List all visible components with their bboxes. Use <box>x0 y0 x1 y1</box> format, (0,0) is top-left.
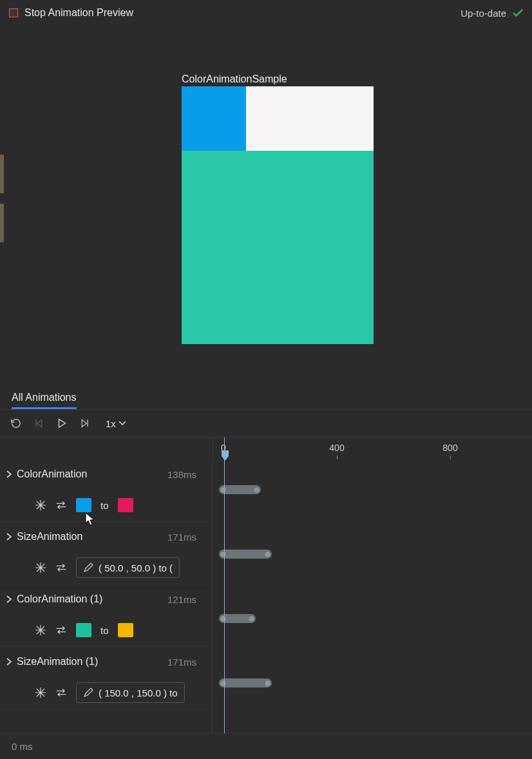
value-field[interactable]: ( 150.0 , 150.0 ) to <box>76 682 185 703</box>
speed-dropdown[interactable]: 1x <box>106 418 126 429</box>
preview-blue-box <box>182 86 246 151</box>
animation-row: SizeAnimation (1) 171ms ( 150.0 , 150.0 … <box>0 647 212 709</box>
tab-row: All Animations <box>0 387 532 410</box>
row-duration: 171ms <box>167 532 196 543</box>
track-area: ColorAnimation 138ms to <box>0 459 532 733</box>
timeline-bar[interactable] <box>219 485 261 494</box>
speed-label: 1x <box>106 418 116 429</box>
step-back-icon[interactable] <box>32 417 45 430</box>
topbar-title[interactable]: Stop Animation Preview <box>24 7 133 19</box>
bar-end-handle[interactable] <box>264 680 271 687</box>
bar-start-handle[interactable] <box>220 486 227 494</box>
row-name: SizeAnimation (1) <box>17 656 98 668</box>
bar-start-handle[interactable] <box>220 551 227 558</box>
playhead[interactable] <box>224 437 225 733</box>
check-icon <box>513 8 523 17</box>
pencil-icon <box>83 687 93 698</box>
swap-icon[interactable] <box>55 624 67 636</box>
footer-time: 0 ms <box>12 741 33 752</box>
row-header[interactable]: SizeAnimation 171ms <box>0 522 212 552</box>
chevron-right-icon[interactable] <box>6 658 12 666</box>
to-label: to <box>100 500 109 511</box>
row-duration: 121ms <box>167 594 196 605</box>
row-header[interactable]: ColorAnimation 138ms <box>0 459 212 489</box>
left-edge-hint <box>0 204 4 242</box>
row-name: ColorAnimation (1) <box>17 593 102 605</box>
row-detail: to <box>0 614 212 646</box>
row-duration: 171ms <box>167 657 196 668</box>
timeline-footer: 0 ms <box>0 733 532 759</box>
row-detail: ( 150.0 , 150.0 ) to <box>0 677 212 709</box>
playhead-handle-icon[interactable] <box>222 450 229 461</box>
animation-row: SizeAnimation 171ms ( 50.0 , 50.0 ) to ( <box>0 522 212 584</box>
step-forward-icon[interactable] <box>79 417 91 430</box>
animation-row: ColorAnimation (1) 121ms to <box>0 584 212 647</box>
row-detail: ( 50.0 , 50.0 ) to ( <box>0 552 212 584</box>
to-color-swatch[interactable] <box>118 623 133 637</box>
timeline-ruler[interactable]: 0 400 800 <box>213 437 532 459</box>
swap-icon[interactable] <box>55 562 67 573</box>
swap-icon[interactable] <box>55 687 67 698</box>
bar-end-handle[interactable] <box>264 551 271 558</box>
freeze-icon[interactable] <box>35 562 46 573</box>
to-label: to <box>100 625 109 636</box>
row-header[interactable]: SizeAnimation (1) 171ms <box>0 647 212 677</box>
preview-area: ColorAnimationSample <box>0 26 532 387</box>
swap-icon[interactable] <box>55 499 67 511</box>
status-text: Up-to-date <box>461 8 506 19</box>
to-color-swatch[interactable] <box>118 498 133 512</box>
row-duration: 138ms <box>167 469 196 480</box>
track-bars[interactable] <box>213 459 532 733</box>
chevron-right-icon[interactable] <box>6 470 12 478</box>
timeline: 0 400 800 ColorAnim <box>0 437 532 759</box>
timeline-bar[interactable] <box>219 550 272 559</box>
chevron-down-icon <box>119 421 126 426</box>
from-color-swatch[interactable] <box>76 623 91 637</box>
pencil-icon <box>83 562 93 573</box>
timeline-bar[interactable] <box>219 678 272 687</box>
value-field[interactable]: ( 50.0 , 50.0 ) to ( <box>76 557 180 578</box>
chevron-right-icon[interactable] <box>6 595 12 603</box>
tab-all-animations[interactable]: All Animations <box>12 392 77 409</box>
controls-row: 1x <box>0 410 532 437</box>
freeze-icon[interactable] <box>35 687 46 698</box>
from-color-swatch[interactable] <box>76 498 91 512</box>
animation-row: ColorAnimation 138ms to <box>0 459 212 522</box>
row-header[interactable]: ColorAnimation (1) 121ms <box>0 584 212 614</box>
tick-label: 400 <box>329 443 344 453</box>
track-list: ColorAnimation 138ms to <box>0 459 213 733</box>
row-name: SizeAnimation <box>17 531 82 543</box>
bar-start-handle[interactable] <box>220 680 227 687</box>
freeze-icon[interactable] <box>35 624 46 636</box>
stop-icon[interactable] <box>9 8 18 17</box>
tick-label: 800 <box>442 443 457 453</box>
value-text: ( 50.0 , 50.0 ) to ( <box>99 562 173 573</box>
top-bar: Stop Animation Preview Up-to-date <box>0 0 532 26</box>
chevron-right-icon[interactable] <box>6 533 12 541</box>
bar-end-handle[interactable] <box>248 615 255 622</box>
bar-end-handle[interactable] <box>253 486 260 494</box>
play-icon[interactable] <box>55 417 68 430</box>
preview-canvas <box>182 86 374 344</box>
row-name: ColorAnimation <box>17 468 87 480</box>
preview-title: ColorAnimationSample <box>182 73 287 85</box>
value-text: ( 150.0 , 150.0 ) to <box>99 687 178 698</box>
left-edge-hint <box>0 155 4 193</box>
restart-icon[interactable] <box>9 417 22 430</box>
row-detail: to <box>0 489 212 521</box>
freeze-icon[interactable] <box>35 499 46 511</box>
bar-start-handle[interactable] <box>220 615 227 622</box>
mouse-cursor-icon <box>85 512 97 526</box>
